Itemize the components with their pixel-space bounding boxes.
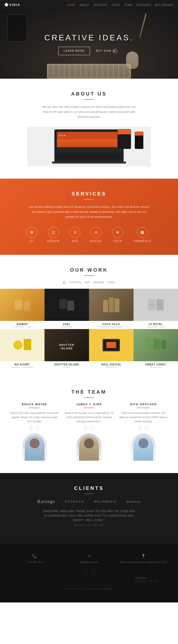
bruce-twitter[interactable]: t	[35, 426, 41, 431]
team-section: THE TEAM BRUCE WAYNE designer Bruce is t…	[0, 377, 178, 473]
dick-twitter[interactable]: t	[144, 426, 150, 431]
about-title: ABOUT US	[20, 91, 158, 97]
prev-arrow[interactable]: ‹	[42, 516, 43, 520]
bruce-facebook[interactable]: f	[28, 426, 34, 431]
design-label: DESIGN	[47, 240, 60, 242]
work-type-shutter: video	[44, 366, 89, 368]
footer-phone: +714-305-1212	[26, 560, 43, 564]
work-item-sweetcandy[interactable]: SWEET CANDY branding	[134, 329, 178, 370]
work-name-shutter: SHUTTER ISLAND	[44, 363, 89, 366]
service-seo[interactable]: ⊙ SEO	[69, 227, 80, 242]
clients-section: CLIENTS Ratings DEORHAM MALIKMEDIA Beaus…	[0, 473, 178, 544]
james-socials: f t	[64, 426, 114, 431]
work-type-sweetcandy: branding	[134, 366, 178, 368]
work-filters: all branding wall package video	[0, 281, 178, 284]
work-name-nodoubt: NO DOUBT	[0, 363, 44, 366]
email-icon: ✉	[88, 554, 91, 558]
work-item-cocoville[interactable]: COCO VILLE graphic / package	[89, 289, 134, 329]
work-item-souldigital[interactable]: SOUL DIGITAL branding	[89, 329, 134, 370]
james-role: founder	[64, 406, 114, 409]
work-type-axel: branding	[44, 326, 89, 328]
footer-twitter[interactable]: t	[90, 569, 97, 576]
services-description: Our services offering ranges from UX des…	[27, 204, 151, 219]
service-social[interactable]: ◎ SOCIAL	[90, 227, 102, 242]
team-grid: BRUCE WAYNE designer Bruce is the man re…	[10, 403, 168, 461]
bruce-name: BRUCE WAYNE	[10, 403, 59, 406]
hero-content: CREATIVE IDEAS. LEARN MORE BUY NOW ▶	[44, 33, 134, 55]
team-bruce: BRUCE WAYNE designer Bruce is the man re…	[10, 403, 59, 461]
bruce-photo	[10, 431, 59, 461]
bruce-desc: Bruce is the man responsible for most of…	[10, 411, 59, 424]
client-beause: Beause	[126, 500, 141, 504]
james-twitter[interactable]: t	[90, 426, 95, 431]
dick-facebook[interactable]: f	[137, 426, 143, 431]
seo-icon: ⊙	[69, 227, 80, 238]
nav-services[interactable]: SERVICES	[93, 4, 108, 6]
work-item-shutter[interactable]: ● SHUTTERISLAND SHUTTER ISLAND video	[44, 329, 89, 370]
bruce-socials: f t	[10, 426, 59, 431]
client-malikmedia: MALIKMEDIA	[94, 500, 116, 503]
brand-sub: CREATIVE FOR YOU	[135, 580, 158, 582]
clients-title: CLIENTS	[10, 486, 168, 491]
social-icon: ◎	[91, 227, 102, 238]
work-item-nodoubt[interactable]: NO DOUBT graphic / package	[0, 329, 44, 370]
filter-video[interactable]: video	[108, 281, 115, 284]
ui-label: UI	[30, 240, 34, 242]
work-divider	[84, 275, 94, 276]
seo-label: SEO	[72, 240, 78, 242]
footer-brand: JoomFox CREATIVE FOR YOU	[10, 576, 168, 585]
keyboard-decoration	[47, 64, 131, 79]
clients-divider	[84, 494, 94, 494]
dick-socials: f t	[119, 426, 168, 431]
work-section: OUR WORK all branding wall package video…	[0, 255, 178, 377]
filter-package[interactable]: package	[93, 281, 105, 284]
service-commerce[interactable]: ▦ COMMERCE	[133, 227, 152, 242]
service-tech[interactable]: ⊕ TECH	[112, 227, 123, 242]
footer-address-col: 📍 1000 Coney Island Ave. Brooklyn NY 112…	[119, 554, 168, 564]
nav-folio[interactable]: FOLIO	[112, 4, 120, 6]
learn-more-button[interactable]: LEARN MORE	[58, 47, 90, 55]
work-item-jjroyal[interactable]: JJ JJ JJ ROYAL branding / wall	[134, 289, 178, 329]
footer-socials: f t	[10, 569, 168, 576]
dick-name: DICK GRAYSON	[119, 403, 168, 406]
logo[interactable]: VISIA	[5, 3, 20, 7]
filter-all[interactable]: all	[63, 281, 66, 284]
footer-phone-col: 📞 +714-305-1212	[10, 554, 59, 564]
filter-wall[interactable]: wall	[85, 281, 90, 284]
nav-team[interactable]: TEAM	[124, 4, 132, 6]
screen-dot-3	[64, 135, 65, 136]
footer-facebook[interactable]: f	[81, 569, 88, 576]
james-facebook[interactable]: f	[83, 426, 88, 431]
work-grid: ANIMUP branding / wall AXEL branding	[0, 289, 178, 370]
tablet-decoration	[7, 14, 27, 42]
work-type-cocoville: graphic / package	[89, 326, 134, 328]
about-section: ABOUT US We are Visia. We offer creative…	[0, 79, 178, 179]
buy-now-button[interactable]: BUY NOW ▶	[93, 47, 120, 55]
service-ui[interactable]: ⊞ UI	[26, 227, 37, 242]
commerce-icon: ▦	[137, 227, 148, 238]
phone-icon: 📞	[32, 554, 37, 558]
design-icon: ◫	[48, 227, 59, 238]
nav-about[interactable]: ABOUT	[80, 4, 89, 6]
filter-branding[interactable]: branding	[70, 281, 81, 284]
nav-multipages[interactable]: MULTIPAGES	[155, 4, 173, 6]
work-item-animup[interactable]: ANIMUP branding / wall	[0, 289, 44, 329]
tech-label: TECH	[113, 240, 122, 242]
tech-icon: ⊕	[112, 227, 123, 238]
testimonial-text: "AWESOME, AWESOME THEME. EASY TO USE AND…	[39, 509, 139, 522]
screen-header	[57, 132, 121, 139]
nav-features[interactable]: FEATURES	[136, 4, 151, 6]
social-label: SOCIAL	[90, 240, 102, 242]
next-arrow[interactable]: ›	[135, 516, 136, 520]
work-type-animup: branding / wall	[0, 326, 44, 328]
work-name-animup: ANIMUP	[0, 323, 44, 326]
service-design[interactable]: ◫ DESIGN	[47, 227, 60, 242]
laptop-screen	[57, 132, 121, 159]
about-divider	[84, 99, 94, 100]
work-item-axel[interactable]: AXEL branding	[44, 289, 89, 329]
hero-buttons: LEARN MORE BUY NOW ▶	[44, 47, 134, 55]
ui-icon: ⊞	[26, 227, 37, 238]
testimonial-source: RATINGS VIA TWITTER	[39, 524, 139, 526]
services-grid: ⊞ UI ◫ DESIGN ⊙ SEO ◎ SOCIAL ⊕ TECH ▦ CO…	[10, 227, 168, 242]
nav-home[interactable]: HOME	[67, 4, 76, 6]
